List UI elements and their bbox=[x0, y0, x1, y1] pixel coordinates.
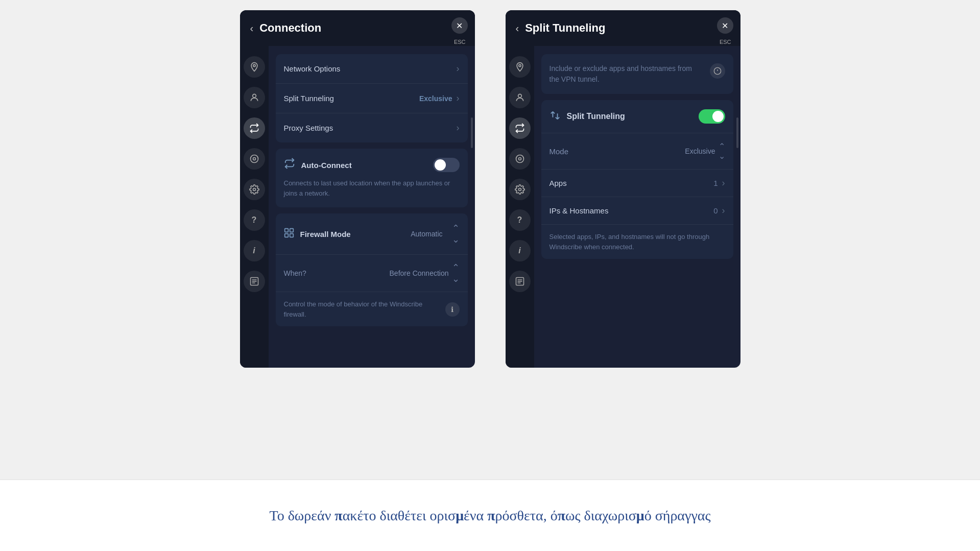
sidebar-icon-account[interactable] bbox=[244, 87, 265, 108]
split-tunnel-icon bbox=[549, 110, 561, 124]
proxy-settings-chevron: › bbox=[457, 123, 460, 133]
network-options-item[interactable]: Network Options › bbox=[276, 54, 468, 84]
scroll-indicator bbox=[471, 117, 473, 148]
split-tunnel-toggle-row: Split Tunneling bbox=[541, 100, 733, 133]
right-scroll-indicator bbox=[736, 117, 738, 148]
split-tunneling-chevron: › bbox=[457, 93, 460, 104]
ips-chevron-icon: › bbox=[722, 205, 725, 216]
auto-connect-group: Auto-Connect Connects to last used locat… bbox=[276, 149, 468, 207]
firewall-icon bbox=[284, 228, 294, 241]
firewall-when-value: Before Connection bbox=[390, 269, 449, 277]
firewall-mode-value: Automatic bbox=[411, 230, 442, 238]
auto-connect-icon bbox=[284, 158, 295, 172]
st-back-button[interactable]: ‹ bbox=[516, 22, 519, 34]
left-sidebar: ? i bbox=[240, 46, 269, 368]
firewall-desc-row: Control the mode of behavior of the Wind… bbox=[276, 292, 468, 326]
svg-point-3 bbox=[253, 188, 255, 191]
split-tunneling-info-button[interactable] bbox=[710, 63, 725, 79]
split-tunnel-mode-value: Exclusive bbox=[685, 147, 715, 155]
st-sidebar-icon-settings[interactable] bbox=[509, 179, 531, 200]
auto-connect-row: Auto-Connect bbox=[284, 158, 460, 172]
auto-connect-description: Connects to last used location when the … bbox=[284, 178, 460, 198]
network-options-chevron: › bbox=[457, 63, 460, 74]
svg-point-14 bbox=[516, 155, 523, 163]
split-tunneling-info-text: Include or exclude apps and hostnames fr… bbox=[549, 63, 704, 85]
split-tunnel-main-section: Split Tunneling Mode Exclusive ⌃⌄ Apps 1… bbox=[541, 100, 733, 259]
svg-rect-9 bbox=[290, 228, 293, 232]
split-tunnel-ips-count: 0 bbox=[713, 206, 718, 215]
st-sidebar-icon-help[interactable]: ? bbox=[509, 209, 531, 231]
firewall-when-row: When? Before Connection ⌃⌄ bbox=[276, 255, 468, 292]
split-tunnel-ips-row[interactable]: IPs & Hostnames 0 › bbox=[541, 197, 733, 225]
split-tunneling-header: ‹ Split Tunneling ✕ ESC bbox=[506, 10, 740, 46]
firewall-header: Firewall Mode Automatic ⌃⌄ bbox=[276, 213, 468, 255]
st-sidebar-icon-news[interactable] bbox=[509, 271, 531, 292]
split-tunnel-apps-row[interactable]: Apps 1 › bbox=[541, 170, 733, 197]
svg-point-12 bbox=[518, 94, 521, 98]
svg-rect-8 bbox=[284, 228, 288, 232]
st-sidebar-icon-connection[interactable] bbox=[509, 117, 531, 139]
sidebar-icon-info[interactable]: i bbox=[244, 240, 265, 261]
sidebar-icon-news[interactable] bbox=[244, 271, 265, 292]
firewall-mode-stepper[interactable]: ⌃⌄ bbox=[452, 223, 460, 245]
split-tunneling-info-card: Include or exclude apps and hostnames fr… bbox=[541, 54, 733, 94]
st-toggle-knob bbox=[712, 111, 724, 122]
sidebar-icon-network[interactable] bbox=[244, 148, 265, 170]
split-tunneling-label: Split Tunneling bbox=[284, 94, 419, 103]
svg-point-15 bbox=[518, 188, 521, 191]
st-esc-label: ESC bbox=[720, 39, 731, 45]
svg-point-2 bbox=[250, 155, 258, 163]
bottom-caption-area: Το δωρεάν πακέτο διαθέτει ορισμένα πρόσθ… bbox=[0, 480, 980, 551]
back-button[interactable]: ‹ bbox=[250, 22, 254, 34]
svg-point-0 bbox=[252, 94, 256, 98]
split-tunneling-panel: ‹ Split Tunneling ✕ ESC ? bbox=[506, 10, 740, 368]
st-sidebar-icon-account[interactable] bbox=[509, 87, 531, 108]
close-button[interactable]: ✕ bbox=[451, 17, 468, 34]
sidebar-icon-settings[interactable] bbox=[244, 179, 265, 200]
split-tunnel-apps-count: 1 bbox=[713, 179, 718, 187]
st-sidebar-icon-network[interactable] bbox=[509, 148, 531, 170]
split-tunneling-content: Include or exclude apps and hostnames fr… bbox=[534, 46, 740, 368]
sidebar-icon-help[interactable]: ? bbox=[244, 209, 265, 231]
sidebar-icon-connection[interactable] bbox=[244, 117, 265, 139]
auto-connect-label: Auto-Connect bbox=[301, 161, 427, 170]
connection-menu-group: Network Options › Split Tunneling Exclus… bbox=[276, 54, 468, 142]
st-close-button[interactable]: ✕ bbox=[717, 17, 733, 34]
proxy-settings-label: Proxy Settings bbox=[284, 124, 457, 132]
connection-title: Connection bbox=[259, 21, 464, 35]
firewall-description: Control the mode of behavior of the Wind… bbox=[284, 299, 440, 319]
right-sidebar: ? i bbox=[506, 46, 534, 368]
split-tunneling-item[interactable]: Split Tunneling Exclusive › bbox=[276, 84, 468, 113]
st-sidebar-icon-location[interactable] bbox=[509, 56, 531, 78]
proxy-settings-item[interactable]: Proxy Settings › bbox=[276, 113, 468, 142]
split-tunnel-label: Split Tunneling bbox=[567, 112, 692, 121]
auto-connect-toggle[interactable] bbox=[433, 158, 460, 172]
svg-point-13 bbox=[518, 158, 521, 160]
caption-text: Το δωρεάν πακέτο διαθέτει ορισμένα πρόσθ… bbox=[269, 505, 710, 526]
svg-rect-11 bbox=[290, 233, 293, 237]
svg-rect-10 bbox=[284, 233, 288, 237]
split-tunnel-note: Selected apps, IPs, and hostnames will n… bbox=[541, 225, 733, 259]
firewall-when-stepper[interactable]: ⌃⌄ bbox=[452, 262, 460, 284]
svg-point-1 bbox=[253, 158, 255, 160]
split-tunnel-apps-label: Apps bbox=[549, 179, 714, 187]
firewall-group: Firewall Mode Automatic ⌃⌄ When? Before … bbox=[276, 213, 468, 326]
firewall-label: Firewall Mode bbox=[300, 230, 405, 238]
firewall-when-label: When? bbox=[284, 269, 390, 277]
connection-header: ‹ Connection ✕ ESC bbox=[240, 10, 475, 46]
esc-label: ESC bbox=[454, 39, 466, 45]
split-tunnel-ips-label: IPs & Hostnames bbox=[549, 206, 714, 215]
split-tunneling-value: Exclusive bbox=[419, 94, 452, 103]
split-tunnel-mode-label: Mode bbox=[549, 147, 685, 156]
mode-stepper[interactable]: ⌃⌄ bbox=[719, 141, 725, 161]
connection-content: Network Options › Split Tunneling Exclus… bbox=[269, 46, 475, 368]
sidebar-icon-location[interactable] bbox=[244, 56, 265, 78]
st-sidebar-icon-info[interactable]: i bbox=[509, 240, 531, 261]
network-options-label: Network Options bbox=[284, 64, 457, 73]
connection-panel: ‹ Connection ✕ ESC ? bbox=[240, 10, 475, 368]
split-tunnel-mode-row: Mode Exclusive ⌃⌄ bbox=[541, 133, 733, 170]
split-tunnel-toggle[interactable] bbox=[699, 109, 725, 124]
firewall-info-button[interactable]: ℹ bbox=[445, 302, 460, 317]
apps-chevron-icon: › bbox=[722, 178, 725, 188]
toggle-knob bbox=[435, 159, 446, 171]
